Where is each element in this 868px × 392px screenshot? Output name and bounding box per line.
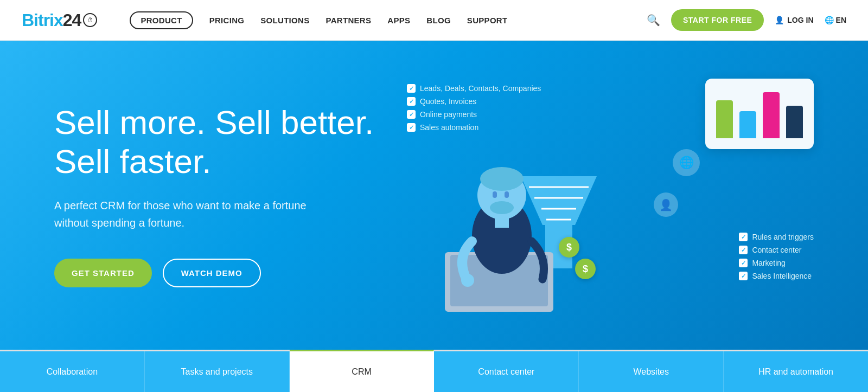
logo-24: 24 bbox=[63, 10, 81, 30]
checklist-bottom-label-3: Marketing bbox=[752, 259, 785, 267]
hero-right: ✓ Leads, Deals, Contacts, Companies ✓ Qu… bbox=[407, 73, 814, 317]
login-label: LOG IN bbox=[787, 16, 813, 24]
crm-checklist-top: ✓ Leads, Deals, Contacts, Companies ✓ Qu… bbox=[407, 84, 541, 136]
check-icon-1: ✓ bbox=[407, 84, 416, 93]
lang-label: EN bbox=[836, 16, 846, 24]
bottom-nav-hr[interactable]: HR and automation bbox=[724, 351, 868, 392]
check-icon-b4: ✓ bbox=[739, 272, 748, 280]
bottom-nav-websites-label: Websites bbox=[633, 367, 669, 377]
bottom-nav-websites[interactable]: Websites bbox=[579, 351, 724, 392]
bar-3 bbox=[763, 92, 780, 138]
svg-rect-11 bbox=[493, 191, 497, 198]
main-nav: PRODUCT PRICING SOLUTIONS PARTNERS APPS … bbox=[130, 11, 647, 29]
bottom-nav-hr-label: HR and automation bbox=[758, 367, 833, 377]
svg-rect-14 bbox=[495, 214, 509, 228]
checklist-bottom-item-1: ✓ Rules and triggers bbox=[739, 233, 814, 241]
logo-bitrix: Bitrix bbox=[22, 10, 63, 30]
svg-point-10 bbox=[480, 167, 524, 191]
hero-left: Sell more. Sell better. Sell faster. A p… bbox=[54, 103, 407, 287]
bottom-nav-collaboration-label: Collaboration bbox=[47, 367, 98, 377]
nav-apps[interactable]: APPS bbox=[387, 16, 410, 25]
globe-decoration-icon: 🌐 bbox=[673, 149, 700, 176]
hero-title: Sell more. Sell better. Sell faster. bbox=[54, 103, 407, 181]
nav-solutions[interactable]: SOLUTIONS bbox=[260, 16, 309, 25]
search-icon[interactable]: 🔍 bbox=[647, 14, 660, 27]
bottom-nav-tasks-label: Tasks and projects bbox=[181, 367, 253, 377]
dollar-icon-2: $ bbox=[575, 259, 596, 279]
checklist-item-1: ✓ Leads, Deals, Contacts, Companies bbox=[407, 84, 541, 93]
svg-point-13 bbox=[490, 201, 514, 214]
bottom-nav-tasks[interactable]: Tasks and projects bbox=[145, 351, 290, 392]
crm-checklist-bottom: ✓ Rules and triggers ✓ Contact center ✓ … bbox=[739, 233, 814, 285]
checklist-item-4: ✓ Sales automation bbox=[407, 123, 541, 132]
bottom-nav-crm[interactable]: CRM bbox=[290, 350, 435, 392]
checklist-item-3: ✓ Online payments bbox=[407, 110, 541, 119]
svg-point-15 bbox=[461, 274, 474, 287]
svg-rect-12 bbox=[505, 191, 509, 198]
checklist-label-2: Quotes, Invoices bbox=[420, 97, 476, 106]
start-free-button[interactable]: START FOR FREE bbox=[671, 9, 764, 31]
login-link[interactable]: 👤 LOG IN bbox=[775, 16, 813, 24]
logo-clock-icon: ⏱ bbox=[83, 13, 97, 27]
checklist-bottom-label-2: Contact center bbox=[752, 246, 801, 254]
watch-demo-button[interactable]: WATCH DEMO bbox=[163, 259, 261, 287]
hero-buttons: GET STARTED WATCH DEMO bbox=[54, 259, 407, 287]
globe-icon: 🌐 bbox=[825, 16, 834, 24]
bar-1 bbox=[716, 100, 733, 138]
person-laptop-illustration bbox=[423, 133, 575, 317]
checklist-bottom-label-4: Sales Intelligence bbox=[752, 272, 812, 280]
checklist-bottom-label-1: Rules and triggers bbox=[752, 233, 814, 241]
get-started-button[interactable]: GET STARTED bbox=[54, 259, 152, 287]
nav-blog[interactable]: BLOG bbox=[426, 16, 451, 25]
nav-support[interactable]: SUPPORT bbox=[467, 16, 508, 25]
checklist-item-2: ✓ Quotes, Invoices bbox=[407, 97, 541, 106]
nav-product[interactable]: PRODUCT bbox=[130, 11, 193, 29]
checklist-bottom-item-3: ✓ Marketing bbox=[739, 259, 814, 267]
hero-subtitle: A perfect CRM for those who want to make… bbox=[54, 197, 336, 232]
check-icon-b3: ✓ bbox=[739, 259, 748, 267]
check-icon-b2: ✓ bbox=[739, 246, 748, 254]
bar-2 bbox=[739, 111, 756, 138]
user-icon: 👤 bbox=[775, 16, 784, 24]
bottom-nav-crm-label: CRM bbox=[352, 367, 371, 377]
check-icon-4: ✓ bbox=[407, 123, 416, 132]
bottom-nav-collaboration[interactable]: Collaboration bbox=[0, 351, 145, 392]
header: Bitrix 24 ⏱ PRODUCT PRICING SOLUTIONS PA… bbox=[0, 0, 868, 41]
checklist-bottom-item-2: ✓ Contact center bbox=[739, 246, 814, 254]
check-icon-b1: ✓ bbox=[739, 233, 748, 241]
hero-section: Sell more. Sell better. Sell faster. A p… bbox=[0, 41, 868, 350]
header-actions: 🔍 START FOR FREE 👤 LOG IN 🌐 EN bbox=[647, 9, 846, 31]
nav-pricing[interactable]: PRICING bbox=[209, 16, 245, 25]
checklist-label-3: Online payments bbox=[420, 110, 477, 119]
bar-4 bbox=[786, 106, 803, 138]
language-selector[interactable]: 🌐 EN bbox=[825, 16, 846, 24]
bar-chart bbox=[705, 79, 814, 149]
bottom-nav-contact-center[interactable]: Contact center bbox=[434, 351, 579, 392]
nav-partners[interactable]: PARTNERS bbox=[326, 16, 371, 25]
checklist-label-1: Leads, Deals, Contacts, Companies bbox=[420, 84, 541, 93]
bottom-nav-contact-label: Contact center bbox=[478, 367, 534, 377]
person-decoration-icon: 👤 bbox=[654, 192, 678, 217]
check-icon-3: ✓ bbox=[407, 110, 416, 119]
bottom-nav: Collaboration Tasks and projects CRM Con… bbox=[0, 350, 868, 392]
checklist-label-4: Sales automation bbox=[420, 123, 478, 132]
check-icon-2: ✓ bbox=[407, 97, 416, 106]
logo[interactable]: Bitrix 24 ⏱ bbox=[22, 10, 97, 30]
checklist-bottom-item-4: ✓ Sales Intelligence bbox=[739, 272, 814, 280]
